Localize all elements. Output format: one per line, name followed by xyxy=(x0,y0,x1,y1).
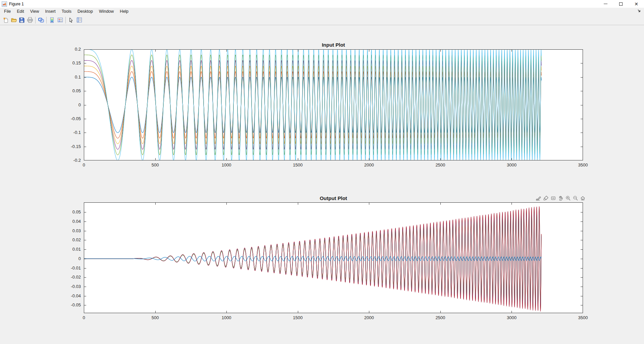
x-tick-label: 1000 xyxy=(213,315,240,321)
menu-insert[interactable]: Insert xyxy=(42,8,59,15)
x-tick-label: 3000 xyxy=(498,315,525,321)
y-tick-label: -0.15 xyxy=(57,144,81,149)
new-figure-button[interactable] xyxy=(2,16,10,24)
y-tick-label: 0.05 xyxy=(57,209,81,215)
brush-button[interactable] xyxy=(543,195,549,201)
x-tick-label: 500 xyxy=(142,162,169,168)
maximize-button[interactable] xyxy=(613,0,629,8)
menu-file[interactable]: File xyxy=(1,8,14,15)
menu-view[interactable]: View xyxy=(27,8,42,15)
y-tick-label: -0.03 xyxy=(57,284,81,289)
maximize-icon xyxy=(619,2,623,6)
close-icon: ✕ xyxy=(634,2,638,6)
x-tick-label: 2500 xyxy=(427,162,454,168)
y-tick-label: -0.02 xyxy=(57,275,81,280)
input-plot-title: Input Plot xyxy=(84,42,583,48)
x-tick-label: 3000 xyxy=(498,162,525,168)
y-tick-label: 0.01 xyxy=(57,247,81,252)
restore-view-icon xyxy=(580,195,586,201)
toolbar-separator xyxy=(35,17,36,23)
matlab-logo-icon xyxy=(2,1,7,7)
print-figure-button[interactable] xyxy=(26,16,34,24)
y-tick-label: 0.03 xyxy=(57,228,81,234)
export-icon xyxy=(536,195,541,201)
title-bar: Figure 1 ✕ xyxy=(0,0,644,8)
y-tick-label: 0.1 xyxy=(57,75,81,80)
figure-canvas-area: Input Plot Output Plot 05001000150020002… xyxy=(0,26,644,344)
toolbar-separator xyxy=(46,17,47,23)
zoom-in-icon xyxy=(565,195,571,201)
minimize-icon xyxy=(604,4,607,4)
matlab-figure-window: { "window": { "title": "Figure 1", "cont… xyxy=(0,0,644,344)
save-figure-button[interactable] xyxy=(18,16,26,24)
output-plot-axes[interactable] xyxy=(84,202,583,313)
insert-legend-button[interactable] xyxy=(56,16,64,24)
brush-icon xyxy=(543,195,549,201)
minimize-button[interactable] xyxy=(598,0,613,8)
y-tick-label: 0.2 xyxy=(57,47,81,52)
axes-toolbar xyxy=(535,194,586,202)
edit-plot-icon xyxy=(68,17,74,23)
dock-figure-icon[interactable] xyxy=(637,9,642,13)
open-file-icon xyxy=(11,17,17,23)
x-tick-label: 0 xyxy=(70,315,97,321)
x-tick-label: 500 xyxy=(142,315,169,321)
x-tick-label: 1500 xyxy=(284,162,311,168)
datatips-icon xyxy=(550,195,556,201)
y-tick-label: 0.04 xyxy=(57,219,81,224)
figure-toolbar xyxy=(0,15,644,25)
x-tick-label: 2000 xyxy=(356,315,382,321)
y-tick-label: -0.04 xyxy=(57,293,81,299)
insert-colorbar-icon xyxy=(49,17,55,23)
x-tick-label: 1500 xyxy=(284,315,311,321)
window-controls: ✕ xyxy=(598,0,644,8)
y-tick-label: -0.05 xyxy=(57,302,81,308)
menu-edit[interactable]: Edit xyxy=(14,8,27,15)
x-tick-label: 3500 xyxy=(570,162,596,168)
menu-window[interactable]: Window xyxy=(96,8,117,15)
y-tick-label: 0 xyxy=(57,256,81,261)
zoom-in-button[interactable] xyxy=(565,195,571,201)
print-figure-icon xyxy=(27,17,33,23)
menu-help[interactable]: Help xyxy=(117,8,131,15)
input-plot-axes[interactable] xyxy=(84,49,583,160)
menu-bar: File Edit View Insert Tools Desktop Wind… xyxy=(0,8,644,15)
edit-plot-button[interactable] xyxy=(67,16,75,24)
insert-legend-icon xyxy=(57,17,63,23)
y-tick-label: -0.2 xyxy=(57,158,81,163)
y-tick-label: -0.01 xyxy=(57,265,81,271)
menu-desktop[interactable]: Desktop xyxy=(74,8,96,15)
open-file-button[interactable] xyxy=(10,16,18,24)
y-tick-label: 0.05 xyxy=(57,88,81,94)
link-plot-icon xyxy=(38,17,44,23)
x-tick-label: 0 xyxy=(70,162,97,168)
new-figure-icon xyxy=(3,17,9,23)
x-tick-label: 1000 xyxy=(213,162,240,168)
pan-button[interactable] xyxy=(557,195,564,201)
zoom-out-button[interactable] xyxy=(572,195,579,201)
pan-icon xyxy=(558,195,564,201)
y-tick-label: -0.1 xyxy=(57,130,81,135)
output-plot-title: Output Plot xyxy=(84,195,583,201)
y-tick-label: 0.15 xyxy=(57,60,81,66)
restore-view-button[interactable] xyxy=(580,195,586,201)
x-tick-label: 3500 xyxy=(570,315,596,321)
link-plot-button[interactable] xyxy=(37,16,45,24)
export-button[interactable] xyxy=(535,195,542,201)
y-tick-label: -0.05 xyxy=(57,116,81,121)
window-title: Figure 1 xyxy=(9,2,24,6)
y-tick-label: 0 xyxy=(57,102,81,108)
datatips-button[interactable] xyxy=(550,195,556,201)
save-figure-icon xyxy=(19,17,25,23)
zoom-out-icon xyxy=(573,195,578,201)
x-tick-label: 2500 xyxy=(427,315,454,321)
insert-colorbar-button[interactable] xyxy=(48,16,56,24)
close-button[interactable]: ✕ xyxy=(629,0,644,8)
property-inspector-icon xyxy=(76,17,83,23)
property-inspector-button[interactable] xyxy=(75,16,83,24)
x-tick-label: 2000 xyxy=(356,162,382,168)
y-tick-label: 0.02 xyxy=(57,237,81,243)
menu-tools[interactable]: Tools xyxy=(59,8,74,15)
toolbar-separator xyxy=(65,17,66,23)
